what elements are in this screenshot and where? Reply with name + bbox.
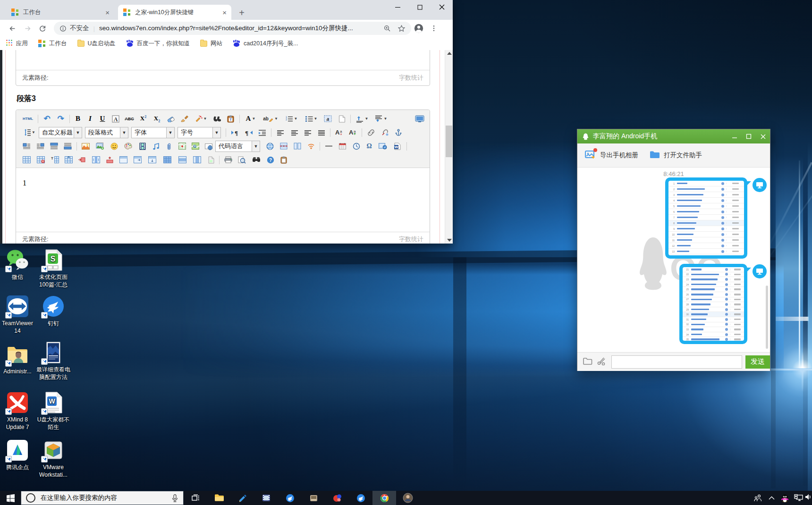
svg-text:a: a	[327, 117, 330, 122]
svg-text:W: W	[394, 145, 398, 149]
svg-text:A: A	[335, 129, 340, 136]
svg-text:T: T	[51, 156, 53, 160]
svg-text:a: a	[340, 129, 342, 134]
svg-text:2: 2	[286, 118, 287, 121]
svg-text:G: G	[193, 144, 196, 149]
svg-text:A: A	[113, 116, 118, 122]
svg-text:T: T	[229, 118, 232, 122]
svg-text:S: S	[51, 255, 56, 263]
svg-text:A: A	[349, 129, 354, 136]
svg-text:¶: ¶	[235, 129, 238, 136]
svg-text:¶: ¶	[245, 129, 248, 136]
svg-text:W: W	[49, 397, 55, 405]
svg-text:?: ?	[269, 158, 271, 163]
